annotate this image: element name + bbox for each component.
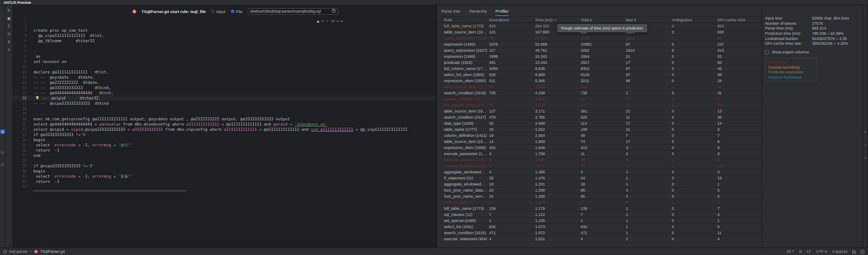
- indent-setting[interactable]: 4 spaces: [832, 249, 848, 254]
- no-wrap-icon[interactable]: ⊘: [799, 249, 802, 254]
- table-row[interactable]: table_name (1777)332.2521992109: [437, 126, 762, 132]
- code-line[interactable]: 18: [13, 106, 436, 111]
- todo-icon[interactable]: ≣: [864, 156, 867, 160]
- file-path-value[interactable]: ebelice/Github/tsql-parser/examples/big.…: [250, 9, 330, 13]
- table-row[interactable]: search_condition (1516)4711.0724711011: [437, 230, 762, 236]
- code-line[interactable]: 33: [13, 184, 436, 189]
- intention-bulb-icon[interactable]: [36, 96, 39, 100]
- table-row[interactable]: func_proc_name_serv…241.28995405: [437, 193, 762, 199]
- code-line[interactable]: 12―― ―― @sysdate dtdate,: [13, 75, 436, 80]
- code-line[interactable]: 10: [13, 64, 436, 70]
- table-row[interactable]: func_proc_name_data…241.29895405: [437, 187, 762, 193]
- table-row[interactable]: execute_statement (41)31.573165114: [437, 163, 762, 169]
- code-line[interactable]: 17―― ―― @vipa333333333333 dtkind: [13, 101, 436, 106]
- table-row[interactable]: search_condition (1517)4702.78652511030: [437, 114, 762, 120]
- column-header[interactable]: Ambiguities: [672, 18, 717, 22]
- table-row[interactable]: execute_statement (404)41.0314104: [437, 236, 762, 240]
- antlr-preview-toolwindow-button[interactable]: ⊙: [0, 129, 5, 134]
- table-row[interactable]: full_table_name (1773)1391.179139107: [437, 205, 762, 212]
- code-line[interactable]: 7-- -- --: [13, 49, 436, 54]
- code-line[interactable]: 31 select errorcode = -1, errormsg = '准备…: [13, 174, 436, 179]
- file-radio-circle[interactable]: [231, 10, 234, 13]
- column-header[interactable]: Invocations: [489, 18, 535, 22]
- code-line[interactable]: 27end: [13, 153, 436, 158]
- table-row[interactable]: table_source_item (15…141.959741708: [437, 139, 762, 145]
- code-line[interactable]: 15―― ―― @a4444444444444444 dtint,: [13, 90, 436, 96]
- line-ending[interactable]: LF: [807, 249, 812, 254]
- table-row[interactable]: expression (1495)197852.99910982970237: [437, 41, 762, 47]
- column-header[interactable]: Max k: [626, 18, 672, 22]
- caret-position[interactable]: 30:7: [786, 249, 794, 254]
- code-area[interactable]: 123create proc up_com_test4 @p_vipa11111…: [13, 17, 436, 189]
- table-row[interactable]: select_list (1581)6321.073632106: [437, 224, 762, 230]
- scroll-to-source-icon[interactable]: ↧: [7, 24, 12, 29]
- plugin-icon[interactable]: ⊡: [864, 143, 867, 147]
- code-line[interactable]: 23if @a333333333333 !='0': [13, 132, 436, 137]
- code-line[interactable]: 2: [13, 23, 436, 28]
- locate-icon[interactable]: ⊙: [7, 32, 12, 36]
- table-row[interactable]: expression_elem (1589)4021.948413308: [437, 145, 762, 151]
- code-line[interactable]: 5 @p_tblname dtchar32: [13, 38, 436, 43]
- code-line[interactable]: 26 return -1: [13, 148, 436, 153]
- prev-issue-icon[interactable]: [336, 20, 339, 23]
- code-line[interactable]: 3create proc up_com_test: [13, 28, 436, 33]
- table-row[interactable]: sql_clauses (12)71.1227104: [437, 212, 762, 218]
- table-row[interactable]: column_definition (1421)182.06449707: [437, 132, 762, 139]
- table-row[interactable]: search_condition (15…74.02129419: [437, 96, 762, 102]
- table-row[interactable]: data_type (1829)322.48811417014: [437, 120, 762, 126]
- stop-icon[interactable]: ◼: [7, 16, 12, 21]
- code-line[interactable]: 21select @a4444444444444444 = paravalue …: [13, 122, 436, 127]
- code-line[interactable]: 19―― ―― ――: [13, 111, 436, 116]
- show-expert-columns-checkbox[interactable]: Show expert columns: [765, 50, 863, 54]
- table-row[interactable]: aggregate_windowed…181.33118101: [437, 181, 762, 187]
- code-line[interactable]: 6: [13, 43, 436, 49]
- code-line[interactable]: 30begin: [13, 169, 436, 174]
- table-row[interactable]: expression_elem (1590)6115.266321199026: [437, 78, 762, 84]
- file-radio[interactable]: File: [231, 9, 243, 14]
- folder-icon[interactable]: [332, 10, 335, 13]
- table-row[interactable]: execute_body (1…21.2239418: [437, 199, 762, 205]
- code-line[interactable]: 4 @p_vipa1111111111111 dtint,: [13, 33, 436, 38]
- breadcrumb-file[interactable]: TSqlParser.g4: [40, 249, 65, 254]
- checkbox-icon[interactable]: [765, 50, 769, 54]
- table-row[interactable]: predicate (1525)46113.444292717080: [437, 60, 762, 66]
- code-line[interactable]: 8 as: [13, 54, 436, 59]
- column-header[interactable]: Rule: [437, 18, 489, 22]
- code-line[interactable]: 9set nocount on: [13, 59, 436, 64]
- code-line[interactable]: 14―― ―― @a333333333333 dtkind,: [13, 85, 436, 90]
- list-icon[interactable]: ≡: [7, 47, 12, 52]
- project-icon[interactable]: [3, 250, 7, 253]
- code-line[interactable]: 22select @vipid = vipid,@vipa33333333333…: [13, 127, 436, 132]
- input-radio[interactable]: Input: [211, 9, 225, 14]
- input-radio-circle[interactable]: [211, 10, 214, 13]
- code-line[interactable]: 20exec nb_com_getsysconfig @a11111111111…: [13, 116, 436, 122]
- tab-hierarchy[interactable]: Hierarchy: [469, 5, 487, 17]
- horizontal-scrollbar[interactable]: [33, 190, 187, 192]
- table-row[interactable]: full_column_name (17…10948.635830197045: [437, 66, 762, 72]
- next-issue-icon[interactable]: [340, 20, 343, 22]
- file-encoding[interactable]: UTF-8: [816, 249, 827, 254]
- database-icon[interactable]: ▤: [864, 130, 867, 134]
- hierarchy-icon[interactable]: ⋔: [7, 40, 12, 44]
- table-row[interactable]: aggregate_windowed…41.4954103: [437, 169, 762, 175]
- info-icon[interactable]: !: [861, 250, 865, 254]
- tab-parse-tree[interactable]: Parse tree: [441, 5, 460, 17]
- table-row[interactable]: full_table_name (1774)31.64818615: [437, 157, 762, 163]
- table-row[interactable]: table_source_item (15…1273.17138121013: [437, 108, 762, 114]
- table-row[interactable]: full_column_name (17…613.629508152: [437, 102, 762, 108]
- code-line[interactable]: 28: [13, 158, 436, 163]
- code-line[interactable]: 1: [13, 17, 436, 23]
- code-line[interactable]: 32 return -1: [13, 179, 436, 184]
- table-row[interactable]: set_special (1485)11.1051101: [437, 218, 762, 224]
- refresh-icon[interactable]: ↻: [7, 8, 12, 13]
- file-path-field[interactable]: ebelice/Github/tsql-parser/examples/big.…: [248, 8, 338, 15]
- column-header[interactable]: Total k: [581, 18, 626, 22]
- table-row[interactable]: search_condition (1519)7354.1587351031: [437, 90, 762, 96]
- column-header[interactable]: DFA cache miss: [717, 18, 762, 22]
- debug-toolwindow-button[interactable]: A: [1, 163, 4, 166]
- column-header[interactable]: Time (ms): [535, 18, 581, 22]
- code-line[interactable]: 13―― ―― @a2222222222 dtdate,: [13, 80, 436, 85]
- readonly-lock-icon[interactable]: [852, 252, 856, 254]
- table-row[interactable]: table_source_item (15…844.60281121141: [437, 84, 762, 90]
- code-line[interactable]: 11declare @a1111111111111 dtint,: [13, 70, 436, 75]
